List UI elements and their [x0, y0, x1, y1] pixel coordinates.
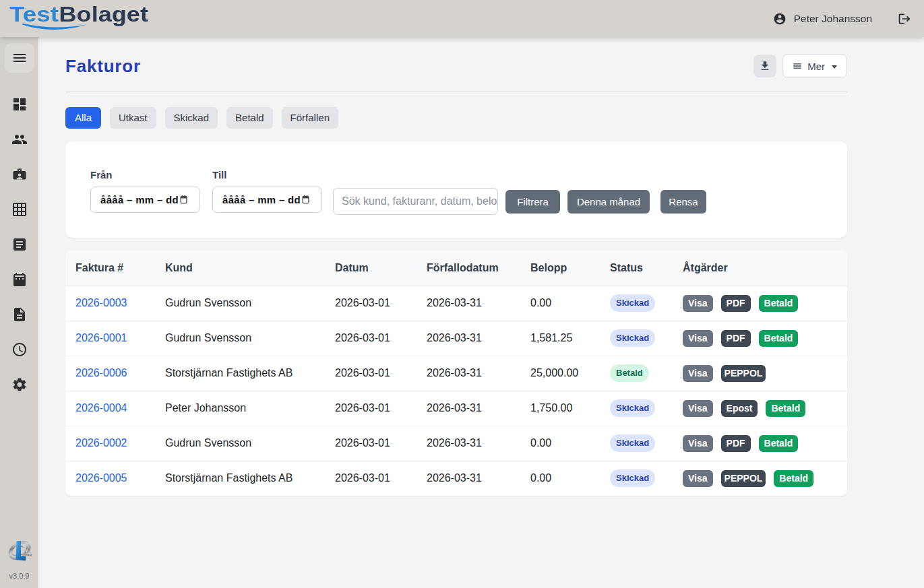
svg-text:Test: Test [9, 2, 59, 26]
svg-text:roup: roup [23, 552, 32, 556]
svg-text:Bolaget: Bolaget [59, 2, 149, 26]
